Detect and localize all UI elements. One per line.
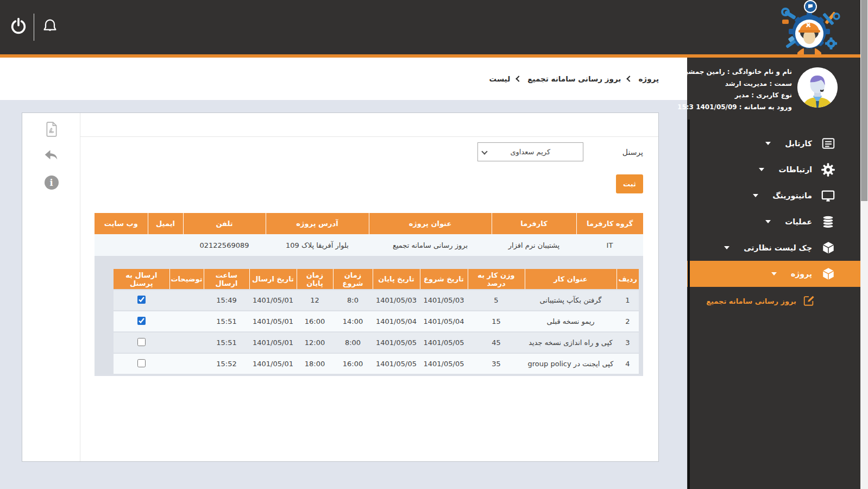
info-button[interactable]: i bbox=[41, 172, 62, 193]
content-panel: i پرسنل کریم سعداوی ثبت گروه ک bbox=[22, 112, 659, 462]
weight-cell: 35 bbox=[468, 353, 525, 374]
tasks-table-header-row: ردیف عنوان کار وزن کار به درصد تاریخ شرو… bbox=[114, 269, 639, 290]
database-icon bbox=[821, 215, 835, 229]
personnel-form-row: پرسنل کریم سعداوی bbox=[96, 142, 643, 161]
panel-body: پرسنل کریم سعداوی ثبت گروه کارفرما کارفر… bbox=[80, 137, 658, 461]
send-time-cell: 15:51 bbox=[204, 311, 249, 332]
sidebar-item-monitoring[interactable]: مانیتورینگ bbox=[687, 183, 860, 209]
send-to-personnel-checkbox[interactable] bbox=[137, 296, 146, 304]
task-title-cell: کپی و راه اندازی نسخه جدید bbox=[525, 332, 617, 353]
breadcrumb: پروژه بروز رسانی سامانه تجمیع لیست bbox=[489, 74, 659, 83]
sidebar-subitem-label: بروز رسانی سامانه تجمیع bbox=[706, 297, 796, 305]
send-checkbox-cell bbox=[114, 290, 169, 311]
caret-down-icon bbox=[753, 194, 758, 197]
employer-group-cell: IT bbox=[576, 234, 643, 256]
start-time-cell: 14:00 bbox=[333, 311, 373, 332]
send-to-personnel-checkbox[interactable] bbox=[137, 359, 146, 367]
breadcrumb-item-project[interactable]: پروژه bbox=[638, 74, 659, 83]
gear-icon bbox=[821, 162, 835, 177]
send-to-personnel-checkbox[interactable] bbox=[137, 317, 146, 325]
power-icon bbox=[9, 17, 28, 37]
start-date-cell: 1401/05/05 bbox=[420, 332, 468, 353]
end-date-cell: 1401/05/04 bbox=[373, 311, 420, 332]
col-send-to-personnel: ارسال به پرسنل bbox=[114, 269, 169, 290]
personnel-select[interactable]: کریم سعداوی bbox=[477, 142, 583, 161]
breadcrumb-item-list[interactable]: لیست bbox=[489, 74, 511, 83]
user-role: نوع کاربری : مدیر bbox=[671, 90, 792, 102]
sidebar-item-checklist[interactable]: چک لیست نظارتی bbox=[687, 235, 860, 261]
end-time-cell: 16:00 bbox=[297, 311, 333, 332]
notes-cell bbox=[169, 332, 204, 353]
col-task-title: عنوان کار bbox=[525, 269, 617, 290]
caret-down-icon bbox=[724, 246, 729, 249]
employer-cell: پشتیبان نرم افزار bbox=[492, 234, 576, 256]
app-logo bbox=[775, 0, 845, 54]
col-phone: تلفن bbox=[183, 213, 266, 234]
side-toolbar: i bbox=[22, 113, 80, 461]
caret-down-icon bbox=[759, 168, 764, 171]
col-row-no: ردیف bbox=[617, 269, 639, 290]
back-button[interactable] bbox=[41, 146, 62, 167]
send-date-cell: 1401/05/01 bbox=[249, 290, 297, 311]
sidebar-subitem-update-system[interactable]: بروز رسانی سامانه تجمیع bbox=[687, 291, 860, 311]
sidebar-item-communications[interactable]: ارتباطات bbox=[687, 156, 860, 183]
avatar bbox=[797, 67, 838, 108]
caret-down-icon bbox=[771, 272, 777, 275]
col-start-time: زمان شروع bbox=[333, 269, 373, 290]
send-checkbox-cell bbox=[114, 311, 169, 332]
scrollbar-thumb[interactable] bbox=[861, 0, 867, 201]
col-end-date: تاریخ پایان bbox=[373, 269, 420, 290]
col-end-time: زمان پایان bbox=[297, 269, 333, 290]
user-info: نام و نام خانوادگی : رامین جمشیدیان سمت … bbox=[687, 58, 860, 110]
project-table-header-row: گروه کارفرما کارفرما عنوان پروژه آدرس پر… bbox=[95, 213, 643, 234]
cube-icon bbox=[821, 267, 835, 281]
send-date-cell: 1401/05/01 bbox=[249, 353, 297, 374]
send-time-cell: 15:51 bbox=[204, 332, 249, 353]
bell-icon bbox=[41, 17, 59, 37]
row-no-cell: 2 bbox=[617, 311, 639, 332]
project-title-cell: بروز رسانی سامانه تجمیع bbox=[369, 234, 492, 256]
submit-button[interactable]: ثبت bbox=[616, 174, 643, 193]
project-table-row: IT پشتیبان نرم افزار بروز رسانی سامانه ت… bbox=[95, 234, 643, 256]
start-time-cell: 16:00 bbox=[333, 353, 373, 374]
sidebar-item-cartable[interactable]: کارتابل bbox=[687, 130, 860, 156]
cartable-icon bbox=[821, 136, 835, 151]
notes-cell bbox=[169, 353, 204, 374]
chevron-left-icon bbox=[516, 76, 522, 82]
col-start-date: تاریخ شروع bbox=[420, 269, 468, 290]
send-to-personnel-checkbox[interactable] bbox=[137, 338, 146, 346]
sidebar-item-label: کارتابل bbox=[785, 139, 812, 148]
send-checkbox-cell bbox=[114, 353, 169, 374]
power-button[interactable] bbox=[7, 15, 30, 39]
sidebar-item-label: ارتباطات bbox=[778, 165, 812, 174]
export-pdf-button[interactable] bbox=[41, 120, 62, 141]
user-position: سمت : مدیریت ارشد bbox=[671, 78, 792, 90]
sidebar-item-label: مانیتورینگ bbox=[772, 191, 812, 200]
weight-cell: 15 bbox=[468, 311, 525, 332]
task-row: 2 ریمو نسخه قبلی 15 1401/05/04 1401/05/0… bbox=[114, 311, 639, 332]
start-date-cell: 1401/05/04 bbox=[420, 311, 468, 332]
start-date-cell: 1401/05/03 bbox=[420, 290, 468, 311]
notifications-button[interactable] bbox=[38, 15, 62, 39]
technician-figure bbox=[795, 20, 823, 54]
topbar-divider bbox=[34, 14, 34, 41]
end-date-cell: 1401/05/05 bbox=[373, 332, 420, 353]
col-project-address: آدرس پروژه bbox=[266, 213, 369, 234]
sidebar-scroll-edge bbox=[688, 120, 690, 489]
email-cell bbox=[148, 234, 183, 256]
info-icon: i bbox=[45, 175, 59, 190]
sidebar-item-project[interactable]: پروژه bbox=[687, 261, 860, 287]
start-date-cell: 1401/05/05 bbox=[420, 353, 468, 374]
breadcrumb-item-page[interactable]: بروز رسانی سامانه تجمیع bbox=[527, 74, 621, 83]
end-time-cell: 12 bbox=[297, 290, 333, 311]
project-address-cell: بلوار آفریقا پلاک 109 bbox=[266, 234, 369, 256]
tasks-table: ردیف عنوان کار وزن کار به درصد تاریخ شرو… bbox=[114, 269, 639, 375]
send-date-cell: 1401/05/01 bbox=[249, 311, 297, 332]
page-scrollbar[interactable] bbox=[860, 0, 868, 489]
weight-cell: 5 bbox=[468, 290, 525, 311]
start-time-cell: 8:0 bbox=[333, 290, 373, 311]
task-row: 1 گرفتن بکآپ پشتیبانی 5 1401/05/03 1401/… bbox=[114, 290, 639, 311]
col-notes: توضیحات bbox=[169, 269, 204, 290]
col-website: وب سایت bbox=[95, 213, 148, 234]
sidebar-item-operations[interactable]: عملیات bbox=[687, 209, 860, 235]
